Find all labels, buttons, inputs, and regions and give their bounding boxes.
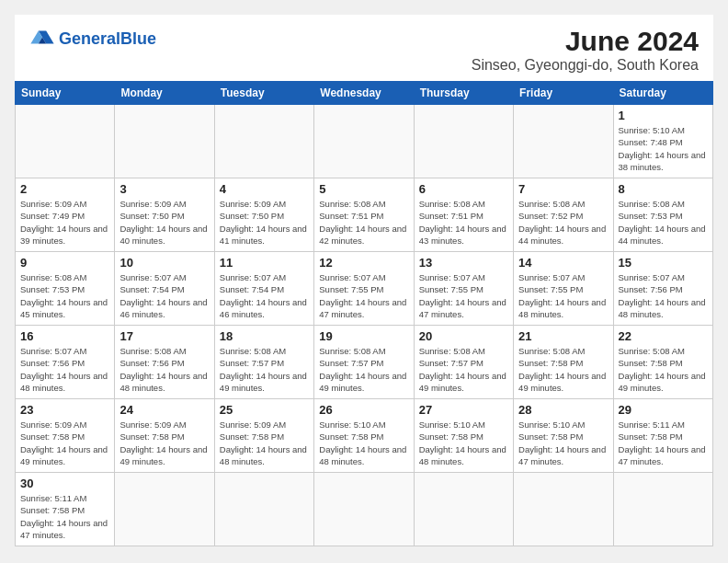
day-number: 4 xyxy=(220,182,309,196)
table-row: 28Sunrise: 5:10 AM Sunset: 7:58 PM Dayli… xyxy=(514,399,613,473)
table-row: 7Sunrise: 5:08 AM Sunset: 7:52 PM Daylig… xyxy=(514,178,613,252)
table-row: 2Sunrise: 5:09 AM Sunset: 7:49 PM Daylig… xyxy=(16,178,115,252)
day-info: Sunrise: 5:08 AM Sunset: 7:57 PM Dayligh… xyxy=(319,345,408,394)
day-info: Sunrise: 5:08 AM Sunset: 7:51 PM Dayligh… xyxy=(319,198,408,247)
day-number: 25 xyxy=(220,403,309,417)
table-row: 1Sunrise: 5:10 AM Sunset: 7:48 PM Daylig… xyxy=(613,105,712,178)
calendar-header-row: Sunday Monday Tuesday Wednesday Thursday… xyxy=(16,82,713,105)
table-row: 26Sunrise: 5:10 AM Sunset: 7:58 PM Dayli… xyxy=(314,399,414,473)
table-row: 30Sunrise: 5:11 AM Sunset: 7:58 PM Dayli… xyxy=(16,473,115,546)
table-row xyxy=(16,105,115,178)
calendar-header: GeneralBlue June 2024 Sinseo, Gyeonggi-d… xyxy=(15,15,713,81)
table-row: 5Sunrise: 5:08 AM Sunset: 7:51 PM Daylig… xyxy=(314,178,414,252)
day-number: 2 xyxy=(20,182,109,196)
day-number: 15 xyxy=(619,256,708,270)
logo-blue: Blue xyxy=(120,29,156,48)
day-info: Sunrise: 5:07 AM Sunset: 7:55 PM Dayligh… xyxy=(319,271,408,320)
day-info: Sunrise: 5:08 AM Sunset: 7:53 PM Dayligh… xyxy=(619,198,708,247)
col-saturday: Saturday xyxy=(613,82,712,105)
table-row: 25Sunrise: 5:09 AM Sunset: 7:58 PM Dayli… xyxy=(214,399,313,473)
day-info: Sunrise: 5:07 AM Sunset: 7:54 PM Dayligh… xyxy=(220,271,309,320)
table-row: 8Sunrise: 5:08 AM Sunset: 7:53 PM Daylig… xyxy=(613,178,712,252)
day-info: Sunrise: 5:09 AM Sunset: 7:50 PM Dayligh… xyxy=(220,198,309,247)
table-row: 19Sunrise: 5:08 AM Sunset: 7:57 PM Dayli… xyxy=(314,326,414,399)
day-number: 26 xyxy=(319,403,408,417)
day-info: Sunrise: 5:08 AM Sunset: 7:53 PM Dayligh… xyxy=(20,271,109,320)
day-info: Sunrise: 5:07 AM Sunset: 7:55 PM Dayligh… xyxy=(518,271,608,320)
table-row: 21Sunrise: 5:08 AM Sunset: 7:58 PM Dayli… xyxy=(514,326,613,399)
day-info: Sunrise: 5:08 AM Sunset: 7:58 PM Dayligh… xyxy=(518,345,608,394)
logo-general: General xyxy=(59,29,120,48)
logo-icon xyxy=(29,26,55,52)
day-number: 30 xyxy=(20,477,109,490)
table-row xyxy=(314,473,414,546)
table-row: 13Sunrise: 5:07 AM Sunset: 7:55 PM Dayli… xyxy=(414,252,513,326)
day-number: 10 xyxy=(119,256,209,270)
day-number: 5 xyxy=(319,182,408,196)
col-thursday: Thursday xyxy=(414,82,513,105)
col-sunday: Sunday xyxy=(16,82,115,105)
day-number: 1 xyxy=(619,109,708,122)
table-row: 12Sunrise: 5:07 AM Sunset: 7:55 PM Dayli… xyxy=(314,252,414,326)
table-row xyxy=(214,105,313,178)
day-info: Sunrise: 5:09 AM Sunset: 7:58 PM Dayligh… xyxy=(220,419,309,467)
day-info: Sunrise: 5:07 AM Sunset: 7:55 PM Dayligh… xyxy=(419,271,508,320)
table-row: 17Sunrise: 5:08 AM Sunset: 7:56 PM Dayli… xyxy=(115,326,214,399)
table-row xyxy=(514,105,613,178)
day-number: 24 xyxy=(119,403,209,417)
day-number: 18 xyxy=(220,329,309,343)
day-number: 13 xyxy=(419,256,508,270)
calendar-table: Sunday Monday Tuesday Wednesday Thursday… xyxy=(15,81,713,546)
day-info: Sunrise: 5:09 AM Sunset: 7:58 PM Dayligh… xyxy=(119,419,209,467)
day-number: 28 xyxy=(518,403,608,417)
table-row: 6Sunrise: 5:08 AM Sunset: 7:51 PM Daylig… xyxy=(414,178,513,252)
col-wednesday: Wednesday xyxy=(314,82,414,105)
table-row: 22Sunrise: 5:08 AM Sunset: 7:58 PM Dayli… xyxy=(613,326,712,399)
day-number: 29 xyxy=(619,403,708,417)
table-row: 10Sunrise: 5:07 AM Sunset: 7:54 PM Dayli… xyxy=(115,252,214,326)
day-info: Sunrise: 5:07 AM Sunset: 7:54 PM Dayligh… xyxy=(119,271,209,320)
day-number: 6 xyxy=(419,182,508,196)
col-friday: Friday xyxy=(514,82,613,105)
day-info: Sunrise: 5:10 AM Sunset: 7:58 PM Dayligh… xyxy=(518,419,608,467)
table-row: 18Sunrise: 5:08 AM Sunset: 7:57 PM Dayli… xyxy=(214,326,313,399)
day-number: 11 xyxy=(220,256,309,270)
day-number: 3 xyxy=(119,182,209,196)
day-info: Sunrise: 5:10 AM Sunset: 7:58 PM Dayligh… xyxy=(419,419,508,467)
day-info: Sunrise: 5:08 AM Sunset: 7:51 PM Dayligh… xyxy=(419,198,508,247)
day-info: Sunrise: 5:09 AM Sunset: 7:49 PM Dayligh… xyxy=(20,198,109,247)
table-row: 29Sunrise: 5:11 AM Sunset: 7:58 PM Dayli… xyxy=(613,399,712,473)
calendar-page: GeneralBlue June 2024 Sinseo, Gyeonggi-d… xyxy=(15,15,713,546)
day-info: Sunrise: 5:10 AM Sunset: 7:58 PM Dayligh… xyxy=(319,419,408,467)
day-number: 14 xyxy=(518,256,608,270)
table-row: 24Sunrise: 5:09 AM Sunset: 7:58 PM Dayli… xyxy=(115,399,214,473)
table-row: 20Sunrise: 5:08 AM Sunset: 7:57 PM Dayli… xyxy=(414,326,513,399)
day-info: Sunrise: 5:08 AM Sunset: 7:57 PM Dayligh… xyxy=(419,345,508,394)
col-tuesday: Tuesday xyxy=(214,82,313,105)
table-row xyxy=(613,473,712,546)
day-info: Sunrise: 5:07 AM Sunset: 7:56 PM Dayligh… xyxy=(20,345,109,394)
day-number: 12 xyxy=(319,256,408,270)
table-row xyxy=(414,105,513,178)
table-row: 11Sunrise: 5:07 AM Sunset: 7:54 PM Dayli… xyxy=(214,252,313,326)
day-info: Sunrise: 5:08 AM Sunset: 7:57 PM Dayligh… xyxy=(220,345,309,394)
table-row: 3Sunrise: 5:09 AM Sunset: 7:50 PM Daylig… xyxy=(115,178,214,252)
table-row xyxy=(214,473,313,546)
calendar-subtitle: Sinseo, Gyeonggi-do, South Korea xyxy=(472,57,699,74)
table-row: 4Sunrise: 5:09 AM Sunset: 7:50 PM Daylig… xyxy=(214,178,313,252)
table-row: 23Sunrise: 5:09 AM Sunset: 7:58 PM Dayli… xyxy=(16,399,115,473)
day-info: Sunrise: 5:11 AM Sunset: 7:58 PM Dayligh… xyxy=(619,419,708,467)
day-number: 19 xyxy=(319,329,408,343)
table-row xyxy=(414,473,513,546)
day-info: Sunrise: 5:08 AM Sunset: 7:58 PM Dayligh… xyxy=(619,345,708,394)
calendar-body: 1Sunrise: 5:10 AM Sunset: 7:48 PM Daylig… xyxy=(16,105,713,546)
table-row xyxy=(115,105,214,178)
day-number: 9 xyxy=(20,256,109,270)
day-number: 7 xyxy=(518,182,608,196)
logo-text: GeneralBlue xyxy=(59,30,156,47)
table-row: 15Sunrise: 5:07 AM Sunset: 7:56 PM Dayli… xyxy=(613,252,712,326)
logo: GeneralBlue xyxy=(29,26,156,52)
day-info: Sunrise: 5:09 AM Sunset: 7:58 PM Dayligh… xyxy=(20,419,109,467)
day-info: Sunrise: 5:08 AM Sunset: 7:52 PM Dayligh… xyxy=(518,198,608,247)
table-row xyxy=(115,473,214,546)
